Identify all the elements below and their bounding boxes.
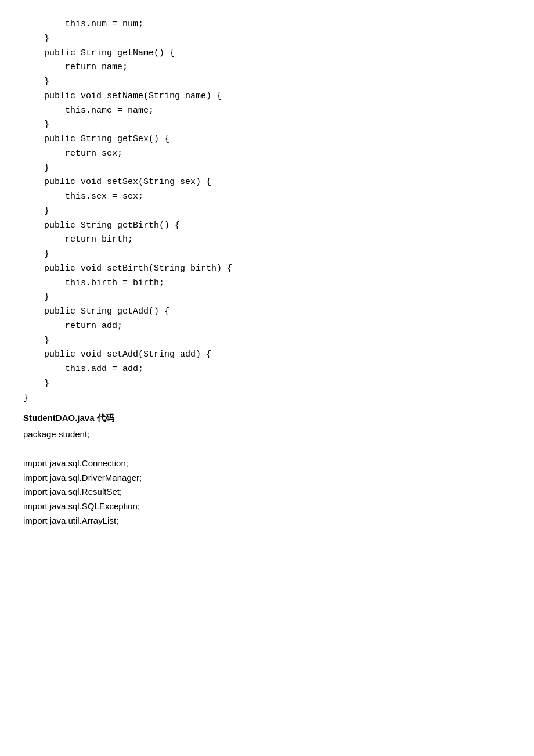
prose-line [23, 442, 511, 456]
prose-line: import java.util.ArrayList; [23, 514, 511, 528]
prose-line: import java.sql.ResultSet; [23, 485, 511, 499]
prose-line: package student; [23, 427, 511, 442]
code-container: this.num = num; } public String getName(… [23, 17, 511, 405]
prose-line: import java.sql.DriverManager; [23, 471, 511, 485]
prose-line: import java.sql.Connection; [23, 456, 511, 471]
prose-block: package student; import java.sql.Connect… [23, 427, 511, 528]
code-block: this.num = num; } public String getName(… [23, 17, 511, 405]
section-title: StudentDAO.java 代码 [23, 411, 511, 425]
prose-line: import java.sql.SQLException; [23, 499, 511, 514]
